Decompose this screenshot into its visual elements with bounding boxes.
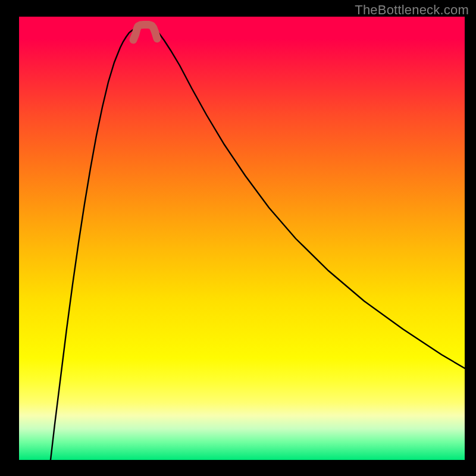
curve-left	[51, 27, 138, 460]
curve-right	[153, 27, 465, 368]
chart-area	[19, 17, 465, 460]
chart-svg	[19, 17, 465, 460]
watermark-text: TheBottleneck.com	[355, 2, 469, 18]
notch-blob	[133, 25, 157, 40]
